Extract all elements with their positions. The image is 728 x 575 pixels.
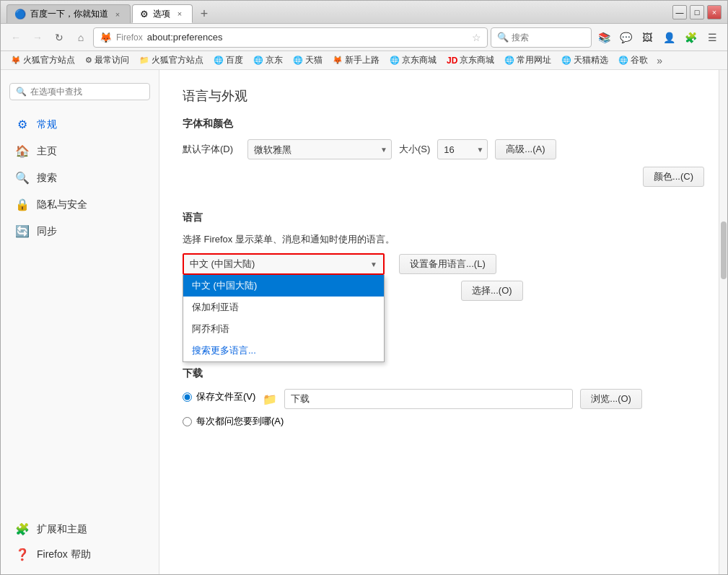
font-select[interactable]: 微软雅黑	[247, 139, 392, 159]
address-bar[interactable]: 🦊 Firefox ☆	[93, 27, 488, 48]
dropdown-item-chinese[interactable]: 中文 (中国大陆)	[183, 275, 384, 297]
bookmark-icon-baidu: 🌐	[214, 56, 224, 65]
bookmark-huxin[interactable]: 🦊 火狐官方站点	[6, 53, 79, 68]
back-button[interactable]: ←	[6, 28, 25, 47]
nav-icons: 📚 💬 🖼 👤 🧩 ☰	[595, 28, 722, 47]
general-icon: ⚙	[15, 118, 30, 131]
home-button[interactable]: ⌂	[71, 28, 90, 47]
sidebar-item-extensions[interactable]: 🧩 扩展和主题	[1, 517, 159, 542]
options-search-icon: 🔍	[16, 87, 27, 97]
home-icon: 🏠	[15, 144, 30, 158]
main-panel: 语言与外观 字体和颜色 默认字体(D) 微软雅黑 ▼ 大小(S) 16	[159, 70, 727, 574]
bookmark-label-google: 谷歌	[631, 54, 648, 66]
bookmark-star-icon[interactable]: ☆	[472, 32, 481, 43]
browse-btn[interactable]: 浏览...(O)	[580, 389, 642, 409]
bookmark-jd[interactable]: 🌐 京东	[249, 53, 287, 68]
bookmark-icon-tmall: 🌐	[293, 56, 303, 65]
size-select-wrapper: 16 ▼	[437, 139, 488, 159]
close-button[interactable]: ×	[707, 5, 722, 19]
choose-btn[interactable]: 选择...(O)	[461, 281, 523, 301]
dropdown-item-chinese-label: 中文 (中国大陆)	[192, 280, 257, 291]
download-save-row: 保存文件至(V) 📁 浏览...(O)	[183, 389, 704, 409]
bookmark-label-tmall-select: 天猫精选	[574, 54, 608, 66]
bookmarks-icon[interactable]: 📚	[595, 28, 613, 47]
browser-window: 🔵 百度一下，你就知道 × ⚙ 选项 × + — □ × ← → ↻ ⌂ 🦊 F…	[0, 0, 728, 575]
download-subtitle: 下载	[183, 367, 704, 380]
tab-close-baidu[interactable]: ×	[113, 9, 123, 19]
options-search-box[interactable]: 🔍	[9, 83, 150, 100]
colors-row: 颜色...(C)	[183, 167, 704, 187]
sidebar-item-search[interactable]: 🔍 搜索	[1, 165, 159, 190]
minimize-button[interactable]: —	[672, 5, 687, 19]
dropdown-item-bulgarian-label: 保加利亚语	[192, 302, 239, 312]
section-separator-1	[183, 194, 704, 211]
tab-close-prefs[interactable]: ×	[175, 9, 185, 19]
bookmark-label-jd: 京东	[266, 54, 283, 66]
language-selected-value: 中文 (中国大陆)	[190, 258, 255, 271]
save-to-radio[interactable]	[183, 392, 192, 402]
bookmark-jdmall2[interactable]: JD 京东商城	[442, 53, 499, 68]
download-path-input[interactable]	[284, 389, 573, 409]
navbar: ← → ↻ ⌂ 🦊 Firefox ☆ 🔍 📚 💬 🖼 👤 🧩 ☰	[1, 24, 727, 51]
bookmark-google[interactable]: 🌐 谷歌	[614, 53, 652, 68]
bookmark-baidu[interactable]: 🌐 百度	[209, 53, 247, 68]
firefox-logo-icon: 🦊	[100, 32, 112, 43]
new-tab-button[interactable]: +	[194, 4, 214, 23]
sidebar-item-home[interactable]: 🏠 主页	[1, 139, 159, 164]
reload-button[interactable]: ↻	[50, 28, 69, 47]
search-magnifier-icon: 🔍	[497, 32, 509, 43]
scrollbar[interactable]	[719, 70, 727, 574]
content-area: 🔍 ⚙ 常规 🏠 主页 🔍 搜索 🔒 隐私与安全	[1, 70, 727, 574]
sidebar-label-search: 搜索	[37, 172, 57, 185]
set-alt-lang-btn[interactable]: 设置备用语言...(L)	[399, 254, 496, 274]
chat-icon[interactable]: 💬	[616, 28, 635, 47]
bookmark-icon-most: ⚙	[85, 56, 92, 65]
dropdown-arrow-icon: ▼	[370, 260, 377, 268]
bookmark-jdmall[interactable]: 🌐 京东商城	[385, 53, 441, 68]
forward-button[interactable]: →	[28, 28, 47, 47]
bookmark-newbie[interactable]: 🦊 新手上路	[328, 53, 384, 68]
scrollbar-thumb[interactable]	[721, 221, 727, 279]
address-input[interactable]	[147, 32, 468, 43]
tab-preferences[interactable]: ⚙ 选项 ×	[132, 4, 193, 23]
sidebar-item-help[interactable]: ❓ Firefox 帮助	[1, 542, 159, 567]
sidebar-label-general: 常规	[37, 118, 57, 131]
ask-each-time-option: 每次都问您要到哪(A)	[183, 415, 704, 428]
advanced-btn[interactable]: 高级...(A)	[495, 139, 556, 159]
ask-time-radio[interactable]	[183, 417, 192, 426]
maximize-button[interactable]: □	[690, 5, 704, 19]
colors-btn[interactable]: 颜色...(C)	[643, 167, 704, 187]
tab-baidu[interactable]: 🔵 百度一下，你就知道 ×	[6, 4, 131, 23]
save-to-radio-option: 保存文件至(V)	[183, 390, 255, 403]
dropdown-item-bulgarian[interactable]: 保加利亚语	[183, 297, 384, 318]
tab-bar: 🔵 百度一下，你就知道 × ⚙ 选项 × +	[6, 1, 672, 23]
language-dropdown-trigger[interactable]: 中文 (中国大陆) ▼	[183, 253, 385, 275]
bookmark-most-visited[interactable]: ⚙ 最常访问	[81, 53, 133, 68]
screenshots-icon[interactable]: 🖼	[638, 28, 657, 47]
sidebar-item-privacy[interactable]: 🔒 隐私与安全	[1, 192, 159, 217]
account-icon[interactable]: 👤	[659, 28, 678, 47]
bookmark-label-huxin: 火狐官方站点	[23, 54, 75, 66]
size-select[interactable]: 16	[437, 139, 488, 159]
bookmark-tmall[interactable]: 🌐 天猫	[289, 53, 327, 68]
language-subtitle: 语言	[183, 211, 704, 224]
dropdown-item-acholi[interactable]: 阿乔利语	[183, 318, 384, 340]
dropdown-item-search-more[interactable]: 搜索更多语言...	[183, 340, 384, 361]
language-dropdown-menu: 中文 (中国大陆) 保加利亚语 阿乔利语 搜索更多语言...	[183, 275, 385, 362]
search-input[interactable]	[512, 32, 569, 43]
options-search-input[interactable]	[30, 87, 144, 97]
window-controls: — □ ×	[672, 5, 722, 19]
bookmark-tmall-select[interactable]: 🌐 天猫精选	[557, 53, 613, 68]
sidebar-item-general[interactable]: ⚙ 常规	[1, 112, 159, 137]
search-sidebar-icon: 🔍	[15, 171, 30, 185]
search-box[interactable]: 🔍	[491, 27, 592, 48]
dropdown-item-search-more-label: 搜索更多语言...	[192, 345, 256, 356]
bookmark-common[interactable]: 🌐 常用网址	[500, 53, 556, 68]
bookmark-label-jdmall2: 京东商城	[460, 54, 494, 66]
sidebar-item-sync[interactable]: 🔄 同步	[1, 219, 159, 244]
bookmark-huxin2[interactable]: 📁 火狐官方站点	[135, 53, 208, 68]
menu-icon[interactable]: ☰	[703, 28, 722, 47]
bookmarks-bar: 🦊 火狐官方站点 ⚙ 最常访问 📁 火狐官方站点 🌐 百度 🌐 京东 🌐 天猫 …	[1, 51, 727, 70]
bookmarks-more-button[interactable]: »	[654, 53, 665, 68]
extensions-nav-icon[interactable]: 🧩	[681, 28, 700, 47]
